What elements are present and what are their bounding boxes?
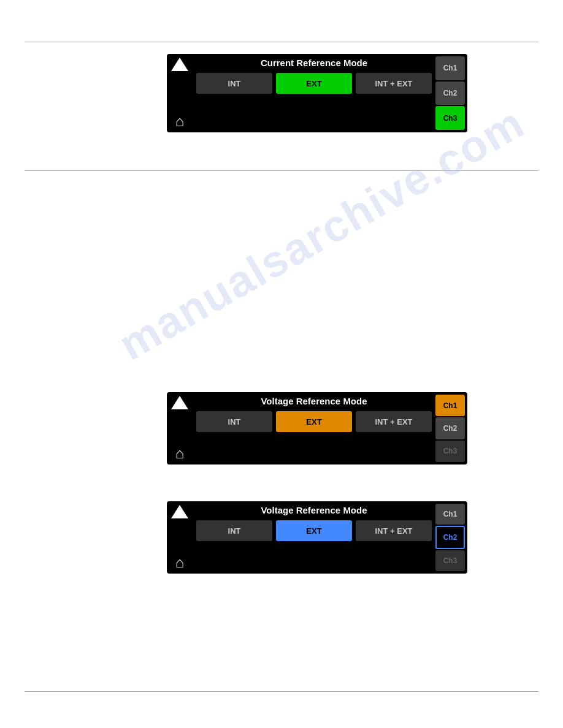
panel2-mode-buttons: INT EXT INT + EXT bbox=[196, 411, 432, 432]
panel1-home-button[interactable]: ⌂ bbox=[175, 114, 185, 129]
panel1-int-button[interactable]: INT bbox=[196, 73, 272, 94]
panel3-ch2-button[interactable]: Ch2 bbox=[435, 526, 465, 549]
panel1-mode-buttons: INT EXT INT + EXT bbox=[196, 73, 432, 94]
panel2-home-button[interactable]: ⌂ bbox=[175, 446, 185, 461]
home-icon-3: ⌂ bbox=[175, 554, 185, 571]
panel2-title: Voltage Reference Mode bbox=[196, 396, 432, 406]
panel2-body: Voltage Reference Mode INT EXT INT + EXT bbox=[193, 392, 435, 464]
panel2-channels: Ch1 Ch2 Ch3 bbox=[435, 392, 467, 464]
panel3-ext-button[interactable]: EXT bbox=[276, 520, 352, 541]
panel3-body: Voltage Reference Mode INT EXT INT + EXT bbox=[193, 501, 435, 574]
watermark: manualsarchive.com bbox=[110, 97, 533, 370]
panel1-int-ext-button[interactable]: INT + EXT bbox=[356, 73, 432, 94]
panel1-ch1-button[interactable]: Ch1 bbox=[435, 56, 465, 80]
panel1-title-row: Current Reference Mode bbox=[196, 58, 432, 68]
panel1-body: Current Reference Mode INT EXT INT + EXT bbox=[193, 54, 435, 132]
panel1-ext-button[interactable]: EXT bbox=[276, 73, 352, 94]
panel2-int-button[interactable]: INT bbox=[196, 411, 272, 432]
panel2-ext-button[interactable]: EXT bbox=[276, 411, 352, 432]
panel2-ch3-button[interactable]: Ch3 bbox=[435, 441, 465, 462]
panel3-title-row: Voltage Reference Mode bbox=[196, 505, 432, 515]
panel3-int-button[interactable]: INT bbox=[196, 520, 272, 541]
arrow-up-icon-2 bbox=[171, 396, 188, 409]
panel1-up-button[interactable] bbox=[171, 58, 188, 71]
panel1-title: Current Reference Mode bbox=[196, 58, 432, 68]
panel2-nav: ⌂ bbox=[167, 392, 193, 464]
arrow-up-icon bbox=[171, 58, 188, 71]
panel2-ch2-button[interactable]: Ch2 bbox=[435, 417, 465, 439]
panel3-up-button[interactable] bbox=[171, 505, 188, 518]
panel3-home-button[interactable]: ⌂ bbox=[175, 555, 185, 570]
panel3-int-ext-button[interactable]: INT + EXT bbox=[356, 520, 432, 541]
voltage-reference-panel-1: ⌂ Voltage Reference Mode INT EXT INT + E… bbox=[167, 392, 467, 464]
panel2-up-button[interactable] bbox=[171, 396, 188, 409]
panel3-mode-buttons: INT EXT INT + EXT bbox=[196, 520, 432, 541]
current-reference-panel: ⌂ Current Reference Mode INT EXT INT + E… bbox=[167, 54, 467, 132]
arrow-up-icon-3 bbox=[171, 505, 188, 518]
panel3-nav: ⌂ bbox=[167, 501, 193, 574]
panel3-title: Voltage Reference Mode bbox=[196, 505, 432, 515]
home-icon: ⌂ bbox=[175, 113, 185, 129]
panel1-ch2-button[interactable]: Ch2 bbox=[435, 82, 465, 105]
mid-divider bbox=[25, 170, 538, 171]
panel2-int-ext-button[interactable]: INT + EXT bbox=[356, 411, 432, 432]
bottom-divider bbox=[25, 691, 538, 692]
panel3-channels: Ch1 Ch2 Ch3 bbox=[435, 501, 467, 574]
panel1-ch3-button[interactable]: Ch3 bbox=[435, 106, 465, 130]
panel2-title-row: Voltage Reference Mode bbox=[196, 396, 432, 406]
voltage-reference-panel-2: ⌂ Voltage Reference Mode INT EXT INT + E… bbox=[167, 501, 467, 574]
panel1-nav: ⌂ bbox=[167, 54, 193, 132]
panel3-ch1-button[interactable]: Ch1 bbox=[435, 504, 465, 525]
panel1-channels: Ch1 Ch2 Ch3 bbox=[435, 54, 467, 132]
top-divider bbox=[25, 42, 538, 42]
home-icon-2: ⌂ bbox=[175, 445, 185, 461]
panel3-ch3-button[interactable]: Ch3 bbox=[435, 550, 465, 571]
panel2-ch1-button[interactable]: Ch1 bbox=[435, 395, 465, 416]
